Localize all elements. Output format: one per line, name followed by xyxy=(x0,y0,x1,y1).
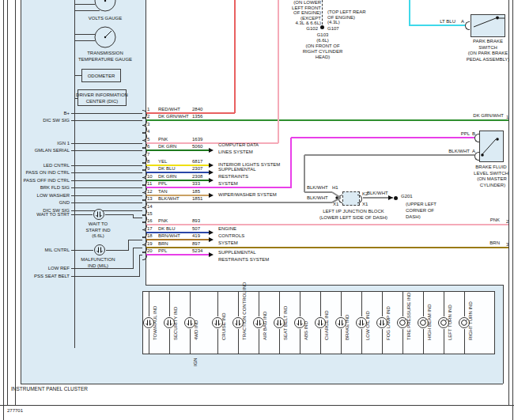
cluster-caption: INSTRUMENT PANEL CLUSTER xyxy=(11,387,88,392)
misc-lines-layer xyxy=(0,0,514,420)
wiring-diagram-page: VOLTS GAUGE TRANSMISSION TEMPERATURE GAU… xyxy=(0,0,514,420)
sheet-number: 277701 xyxy=(7,408,23,413)
